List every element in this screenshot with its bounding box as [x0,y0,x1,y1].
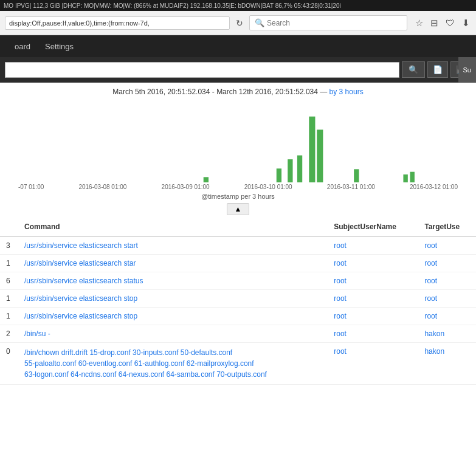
cell-subject: root [328,290,418,308]
results-table: Command SubjectUserName TargetUse 3/usr/… [0,218,476,385]
target-text[interactable]: hakon [424,329,444,338]
x-label-3: 2016-03-09 01:00 [162,184,210,190]
cell-subject: root [328,325,418,343]
target-text[interactable]: root [424,277,437,285]
svg-rect-0 [204,177,209,182]
cell-target: hakon [418,343,476,385]
nav-item-dashboard[interactable]: oard [7,37,38,56]
bookmarks-list-icon[interactable]: ⊟ [429,16,440,30]
cell-target: root [418,255,476,272]
cell-target: root [418,308,476,325]
shield-icon[interactable]: 🛡 [444,16,456,29]
cell-count: 6 [0,272,18,290]
x-axis: -07 01:00 2016-03-08 01:00 2016-03-09 01… [18,182,458,191]
svg-rect-1 [277,168,281,182]
cell-target: root [418,290,476,308]
cell-subject: root [328,308,418,325]
target-text[interactable]: hakon [424,347,444,356]
table-row: 1/usr/sbin/service elasticsearch stoproo… [0,290,476,308]
cell-count: 0 [0,343,18,385]
svg-rect-7 [403,174,407,182]
cell-subject: root [328,255,418,272]
cell-command: /usr/sbin/service elasticsearch stop [18,308,328,325]
command-text[interactable]: /usr/sbin/service elasticsearch star [24,259,136,267]
table-header-row: Command SubjectUserName TargetUse [0,218,476,236]
browser-search-input[interactable] [267,19,402,27]
bookmark-icon[interactable]: ☆ [414,16,424,30]
date-range-link[interactable]: by 3 hours [329,88,364,96]
command-text[interactable]: /usr/sbin/service elasticsearch status [24,277,143,285]
browser-search-icon: 🔍 [255,18,264,27]
kibana-save-button[interactable]: 📄 [427,61,448,78]
svg-rect-3 [297,156,302,182]
table-row: 0/bin/chown drift.drift 15-drop.conf 30-… [0,343,476,385]
table-row: 1/usr/sbin/service elasticsearch stoproo… [0,308,476,325]
cell-subject: root [328,343,418,385]
cell-command: /bin/su - [18,325,328,343]
svg-rect-2 [288,159,292,182]
cell-target: root [418,236,476,255]
x-label-5: 2016-03-11 01:00 [327,184,375,190]
table-row: 6/usr/sbin/service elasticsearch statusr… [0,272,476,290]
browser-action-icons: ☆ ⊟ 🛡 ⬇ [414,16,471,30]
table-row: 1/usr/sbin/service elasticsearch starroo… [0,255,476,272]
x-label-6: 2016-03-12 01:00 [410,184,458,190]
url-bar[interactable]: display:Off,pause:If,value:0),time:(from… [5,16,230,30]
kibana-search-button[interactable]: 🔍 [402,61,425,78]
cell-command: /usr/sbin/service elasticsearch start [18,236,328,255]
chart-inner [18,103,458,182]
subject-text[interactable]: root [334,329,347,338]
subject-text[interactable]: root [334,241,347,250]
column-header-count [0,218,18,236]
cell-command: /usr/sbin/service elasticsearch stop [18,290,328,308]
target-text[interactable]: root [424,241,437,250]
command-text[interactable]: /bin/chown drift.drift 15-drop.conf 30-i… [24,348,267,379]
column-header-subject: SubjectUserName [328,218,418,236]
column-header-command: Command [18,218,328,236]
reload-button[interactable]: ↻ [233,17,246,29]
table-row: 2/bin/su -roothakon [0,325,476,343]
cell-command: /usr/sbin/service elasticsearch star [18,255,328,272]
cell-subject: root [328,236,418,255]
subject-text[interactable]: root [334,347,347,356]
target-text[interactable]: root [424,294,437,303]
cell-count: 1 [0,255,18,272]
svg-rect-6 [354,169,359,182]
cell-count: 2 [0,325,18,343]
cell-count: 3 [0,236,18,255]
svg-rect-5 [317,129,323,182]
svg-rect-8 [410,172,415,182]
svg-rect-4 [309,117,315,182]
subject-text[interactable]: root [334,259,347,267]
command-text[interactable]: /usr/sbin/service elasticsearch stop [24,294,137,303]
status-text: MO IPVG| 112,3 GiB |DHCP: MO|VMW: MO|W: … [4,2,341,9]
cell-subject: root [328,272,418,290]
command-text[interactable]: /usr/sbin/service elasticsearch stop [24,312,137,320]
chart-area: -07 01:00 2016-03-08 01:00 2016-03-09 01… [0,97,476,201]
cell-count: 1 [0,308,18,325]
cell-target: hakon [418,325,476,343]
search-row: 🔍 📄 💾 [0,57,476,83]
cell-count: 1 [0,290,18,308]
date-range-bar: March 5th 2016, 20:51:52.034 - March 12t… [0,83,476,97]
collapse-button[interactable]: ▲ [227,203,250,215]
x-label-1: -07 01:00 [18,184,44,190]
date-range-text: March 5th 2016, 20:51:52.034 - March 12t… [112,88,329,96]
x-label-2: 2016-03-08 01:00 [78,184,126,190]
subject-text[interactable]: root [334,312,347,320]
command-text[interactable]: /bin/su - [24,329,50,338]
histogram-chart [18,103,458,182]
column-header-target: TargetUse [418,218,476,236]
subject-text[interactable]: root [334,294,347,303]
target-text[interactable]: root [424,312,437,320]
subject-text[interactable]: root [334,277,347,285]
timestamp-label: @timestamp per 3 hours [18,191,458,205]
target-text[interactable]: root [424,259,437,267]
nav-item-settings[interactable]: Settings [38,37,81,56]
cell-target: root [418,272,476,290]
kibana-search-input[interactable] [5,62,399,78]
search-row-wrapper: 🔍 📄 💾 Su [0,57,476,83]
command-text[interactable]: /usr/sbin/service elasticsearch start [24,241,138,250]
status-bar: MO IPVG| 112,3 GiB |DHCP: MO|VMW: MO|W: … [0,0,476,11]
download-icon[interactable]: ⬇ [461,16,471,30]
